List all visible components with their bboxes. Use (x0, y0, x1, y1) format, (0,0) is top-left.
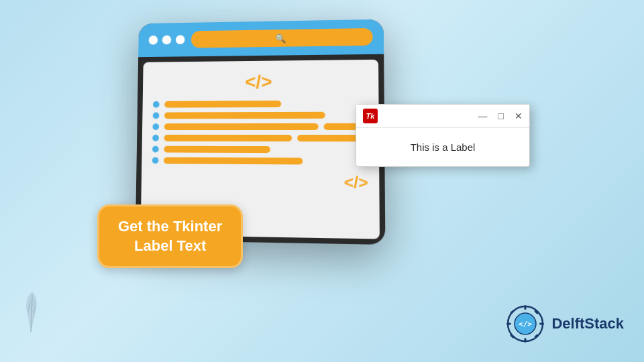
delftstack-logo: </> DelftStack (506, 304, 624, 343)
code-line (152, 135, 368, 141)
badge-line2: Label Text (118, 237, 222, 256)
browser-dot-3 (176, 35, 185, 44)
delftstack-name: DelftStack (551, 315, 624, 333)
code-dot (153, 113, 160, 119)
tkinter-popup-window: Tk — □ ✕ This is a Label (356, 104, 530, 167)
code-line (152, 123, 368, 130)
svg-rect-3 (525, 305, 527, 310)
code-lines (152, 100, 368, 165)
search-icon: 🔍 (275, 33, 286, 43)
code-dot (152, 146, 159, 153)
code-dot (152, 157, 159, 164)
browser-titlebar: 🔍 (138, 19, 384, 58)
code-bar (164, 146, 270, 153)
svg-rect-7 (510, 310, 515, 314)
browser-dot-2 (162, 36, 172, 45)
code-bar (164, 123, 318, 130)
code-bar (164, 135, 292, 141)
tkinter-label-display: This is a Label (356, 128, 529, 166)
tkinter-window-controls: — □ ✕ (478, 111, 523, 121)
code-dot (152, 123, 159, 130)
tkinter-app-icon: Tk (363, 109, 378, 123)
code-tag-bottom: </> (344, 173, 368, 192)
svg-rect-4 (525, 338, 527, 343)
code-line (153, 100, 368, 107)
svg-text:</>: </> (519, 320, 532, 328)
svg-rect-5 (506, 323, 511, 325)
code-bar-extra (297, 135, 364, 141)
code-tag-top: </> (245, 71, 272, 93)
browser-search-bar: 🔍 (191, 28, 373, 48)
maximize-button[interactable]: □ (498, 111, 504, 121)
minimize-button[interactable]: — (478, 111, 488, 121)
code-bar (164, 112, 325, 119)
browser-dots (149, 35, 185, 44)
code-bar (164, 101, 281, 108)
code-bar (164, 157, 303, 164)
tkinter-titlebar: Tk — □ ✕ (356, 105, 529, 128)
browser-dot-1 (149, 36, 158, 45)
stack-text: Stack (584, 315, 624, 332)
delft-text: Delft (551, 315, 584, 332)
close-button[interactable]: ✕ (515, 111, 523, 121)
svg-rect-6 (539, 323, 544, 325)
code-line (152, 157, 368, 165)
delftstack-emblem: </> (506, 304, 545, 343)
feather-icon (19, 288, 46, 335)
badge-line1: Get the Tkinter (118, 217, 222, 237)
code-dot (153, 101, 160, 108)
label-text: This is a Label (411, 141, 476, 153)
code-dot (152, 135, 159, 141)
label-badge: Get the Tkinter Label Text (97, 204, 243, 268)
code-line (152, 146, 368, 154)
code-line (153, 112, 368, 119)
